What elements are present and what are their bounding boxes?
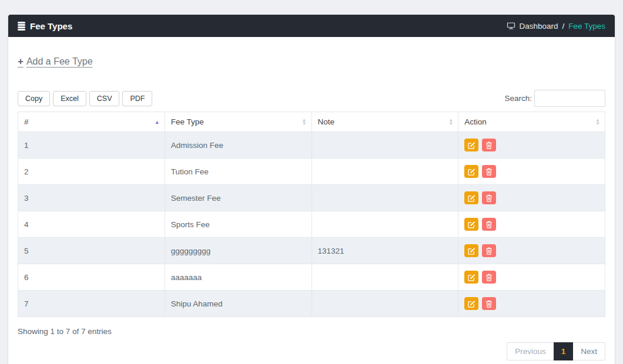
- cell-fee-type: ggggggggg: [165, 238, 312, 264]
- cell-fee-type: Admission Fee: [165, 132, 312, 159]
- trash-icon: [485, 141, 493, 149]
- pdf-button[interactable]: PDF: [122, 91, 152, 106]
- delete-button[interactable]: [482, 139, 496, 151]
- page-title: Fee Types: [18, 21, 72, 31]
- cell-note: [312, 159, 458, 185]
- sort-ascending-icon: ▲: [155, 120, 160, 124]
- cell-fee-type: Shipu Ahamed: [165, 291, 312, 317]
- cell-note: [312, 211, 458, 238]
- cell-num: 7: [18, 291, 165, 317]
- edit-pencil-square-icon: [468, 300, 475, 308]
- breadcrumb-separator: /: [562, 22, 564, 31]
- previous-page-button[interactable]: Previous: [507, 342, 554, 360]
- search-wrapper: Search:: [504, 90, 605, 107]
- cell-fee-type: aaaaaaa: [165, 264, 312, 291]
- next-page-button[interactable]: Next: [573, 342, 605, 360]
- trash-icon: [485, 168, 493, 176]
- cell-action: [458, 211, 605, 238]
- csv-button[interactable]: CSV: [89, 91, 120, 106]
- add-fee-type-link[interactable]: + Add a Fee Type: [18, 56, 93, 68]
- sort-both-icon: ▲▼: [595, 119, 600, 126]
- edit-pencil-square-icon: [468, 274, 475, 281]
- trash-icon: [485, 247, 493, 255]
- cell-note: [312, 264, 458, 291]
- edit-button[interactable]: [464, 165, 478, 178]
- excel-button[interactable]: Excel: [53, 91, 86, 106]
- edit-button[interactable]: [464, 191, 478, 204]
- edit-pencil-square-icon: [468, 247, 475, 255]
- search-input[interactable]: [534, 90, 605, 107]
- column-header-note[interactable]: Note ▲▼: [312, 112, 458, 132]
- panel-header: Fee Types Dashboard / Fee Types: [8, 15, 615, 37]
- cell-note: [312, 185, 458, 211]
- pagination-row: Previous 1 Next: [18, 342, 605, 360]
- edit-pencil-square-icon: [468, 221, 475, 228]
- cell-note: [312, 132, 458, 159]
- fee-types-panel: Fee Types Dashboard / Fee Types + Add a …: [8, 15, 615, 364]
- cell-num: 3: [18, 185, 165, 211]
- edit-pencil-square-icon: [468, 141, 475, 149]
- cell-note: 131321: [312, 238, 458, 264]
- cell-action: [458, 132, 605, 159]
- cell-fee-type: Semester Fee: [165, 185, 312, 211]
- edit-pencil-square-icon: [468, 194, 475, 202]
- sort-both-icon: ▲▼: [448, 119, 453, 126]
- table-toolbar: Copy Excel CSV PDF Search:: [18, 90, 605, 107]
- delete-button[interactable]: [482, 271, 496, 284]
- edit-button[interactable]: [464, 297, 478, 310]
- column-header-num[interactable]: # ▲: [18, 112, 165, 132]
- table-row: 2Tution Fee: [18, 159, 605, 185]
- page-title-text: Fee Types: [30, 21, 72, 31]
- edit-button[interactable]: [464, 244, 478, 257]
- table-row: 4Sports Fee: [18, 211, 605, 238]
- monitor-icon: [507, 22, 515, 29]
- trash-icon: [485, 274, 493, 281]
- table-row: 7Shipu Ahamed: [18, 291, 605, 317]
- cell-num: 1: [18, 132, 165, 159]
- trash-icon: [485, 194, 493, 202]
- cell-action: [458, 159, 605, 185]
- search-label: Search:: [504, 94, 532, 103]
- trash-icon: [485, 221, 493, 228]
- breadcrumb-dashboard-link[interactable]: Dashboard: [507, 22, 558, 31]
- cell-num: 2: [18, 159, 165, 185]
- column-header-action[interactable]: Action ▲▼: [458, 112, 605, 132]
- delete-button[interactable]: [482, 191, 496, 204]
- table-header-row: # ▲ Fee Type ▲▼ Note ▲▼ Action ▲▼: [18, 112, 605, 132]
- cell-num: 6: [18, 264, 165, 291]
- add-fee-type-label: Add a Fee Type: [26, 56, 93, 67]
- column-header-fee-type[interactable]: Fee Type ▲▼: [165, 112, 312, 132]
- edit-button[interactable]: [464, 139, 478, 151]
- export-button-group: Copy Excel CSV PDF: [18, 91, 152, 106]
- database-icon: [18, 22, 25, 31]
- edit-button[interactable]: [464, 271, 478, 284]
- plus-icon: +: [18, 56, 24, 68]
- edit-button[interactable]: [464, 218, 478, 231]
- delete-button[interactable]: [482, 218, 496, 231]
- current-page-button[interactable]: 1: [554, 342, 574, 360]
- cell-fee-type: Sports Fee: [165, 211, 312, 238]
- cell-num: 5: [18, 238, 165, 264]
- table-row: 6aaaaaaa: [18, 264, 605, 291]
- cell-fee-type: Tution Fee: [165, 159, 312, 185]
- delete-button[interactable]: [482, 297, 496, 310]
- cell-action: [458, 238, 605, 264]
- table-row: 3Semester Fee: [18, 185, 605, 211]
- copy-button[interactable]: Copy: [18, 91, 50, 106]
- breadcrumb-current[interactable]: Fee Types: [568, 22, 605, 31]
- delete-button[interactable]: [482, 165, 496, 178]
- table-row: 5ggggggggg131321: [18, 238, 605, 264]
- fee-types-table: # ▲ Fee Type ▲▼ Note ▲▼ Action ▲▼: [18, 112, 605, 317]
- delete-button[interactable]: [482, 244, 496, 257]
- panel-body: + Add a Fee Type Copy Excel CSV PDF Sear…: [8, 37, 615, 364]
- trash-icon: [485, 300, 493, 308]
- breadcrumb: Dashboard / Fee Types: [507, 22, 605, 31]
- breadcrumb-dashboard-label: Dashboard: [519, 22, 558, 31]
- edit-pencil-square-icon: [468, 168, 475, 176]
- cell-action: [458, 264, 605, 291]
- cell-action: [458, 291, 605, 317]
- cell-num: 4: [18, 211, 165, 238]
- cell-note: [312, 291, 458, 317]
- table-row: 1Admission Fee: [18, 132, 605, 159]
- cell-action: [458, 185, 605, 211]
